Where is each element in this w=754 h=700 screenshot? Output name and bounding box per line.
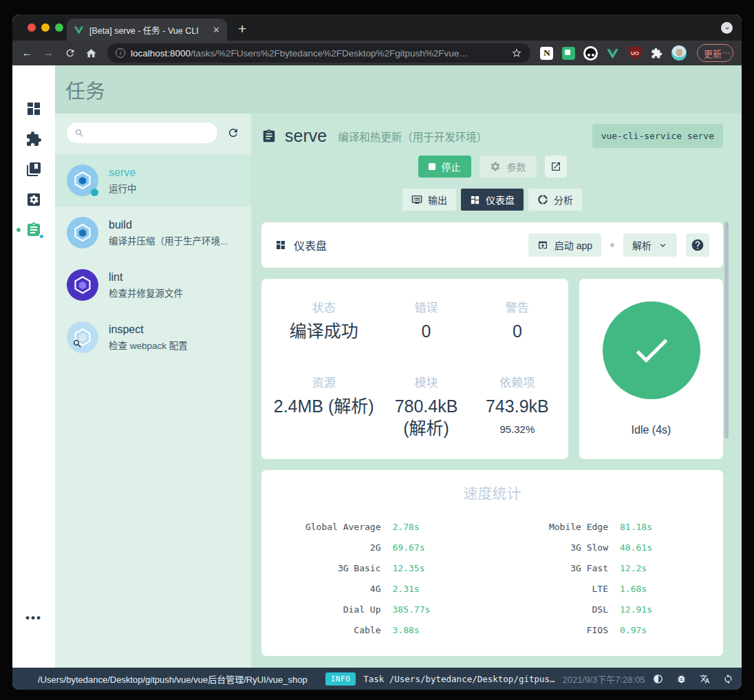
speed-column-left: Global Average2.78s 2G69.67s 3G Basic12.… [292, 516, 465, 640]
macos-traffic-lights [28, 23, 63, 32]
browser-tab-strip: [Beta] serve - 任务 - Vue CLI ✕ + [12, 14, 742, 41]
stat-label: 状态 [267, 298, 380, 315]
bookmark-star-icon[interactable] [511, 47, 522, 59]
zoom-window-button[interactable] [55, 23, 63, 32]
command-badge: vue-cli-service serve [592, 124, 723, 148]
task-status: 运行中 [109, 181, 137, 195]
sidebar-item-tasks[interactable] [25, 222, 42, 238]
site-info-icon[interactable]: i [116, 48, 125, 58]
home-icon[interactable] [82, 44, 100, 63]
task-search-input[interactable] [67, 123, 217, 143]
close-window-button[interactable] [28, 23, 36, 32]
stat-status: 状态 编译成功 [267, 298, 380, 343]
speed-label: FIOS [520, 625, 609, 635]
speed-row: Dial Up385.77s [292, 599, 465, 619]
task-item-inspect[interactable]: inspect 检查 webpack 配置 [55, 311, 251, 363]
sidebar-item-configuration[interactable] [25, 161, 42, 178]
sidebar-item-settings[interactable] [25, 191, 42, 208]
tab-output[interactable]: 输出 [402, 189, 456, 211]
speed-label: 2G [292, 542, 381, 553]
sizes-label: 解析 [632, 238, 651, 252]
stop-task-button[interactable]: 停止 [418, 156, 471, 178]
open-app-button[interactable]: 启动 app [528, 233, 601, 257]
stat-assets: 资源 2.4MB (解析) [267, 373, 380, 440]
speed-row: 3G Basic12.35s [292, 558, 465, 578]
speed-value: 12.2s [620, 563, 692, 573]
speed-value: 48.61s [620, 542, 692, 553]
speed-label: 3G Basic [292, 563, 381, 573]
chrome-update-button[interactable]: 更新 ⋮ [697, 44, 733, 62]
task-name: serve [109, 167, 137, 179]
extensions-puzzle-icon[interactable] [649, 45, 665, 61]
task-detail-panel: serve 编译和热更新（用于开发环境） vue-cli-service ser… [251, 114, 742, 668]
task-item-serve[interactable]: serve 运行中 [55, 154, 251, 206]
task-description: 编译并压缩（用于生产环境... [109, 233, 228, 247]
speed-row: FIOS0.97s [520, 619, 693, 640]
dashboard-grid-icon [275, 240, 286, 251]
reload-icon[interactable] [61, 44, 79, 63]
sidebar-more-icon[interactable]: ••• [25, 611, 42, 625]
back-icon[interactable]: ← [18, 44, 36, 63]
stat-value: 780.4kB (解析) [382, 395, 471, 440]
stat-modules: 模块 780.4kB (解析) [380, 373, 471, 440]
speed-row: 3G Slow48.61s [520, 537, 693, 558]
browser-window: [Beta] serve - 任务 - Vue CLI ✕ + ← → i lo… [12, 14, 742, 690]
scrollbar-thumb[interactable] [724, 222, 729, 438]
round-extension-icon[interactable] [583, 45, 599, 61]
task-name: inspect [109, 324, 188, 336]
speed-label: 3G Slow [520, 542, 609, 553]
address-bar[interactable]: i localhost:8000/tasks/%2FUsers%2Fbyteda… [107, 43, 530, 63]
task-item-lint[interactable]: lint 检查并修复源文件 [55, 259, 251, 311]
stat-dependencies: 依赖项 743.9kB 95.32% [472, 373, 563, 440]
refresh-tasks-icon[interactable] [227, 127, 239, 139]
open-in-new-button[interactable] [545, 156, 567, 178]
tab-dashboard-label: 仪表盘 [486, 193, 515, 206]
browser-tab[interactable]: [Beta] serve - 任务 - Vue CLI ✕ [67, 19, 227, 41]
vue-favicon [74, 25, 84, 35]
green-extension-icon[interactable] [561, 45, 577, 61]
sidebar-item-plugins[interactable] [25, 131, 42, 147]
stat-value: 743.9kB [472, 395, 563, 418]
speed-row: Cable3.88s [292, 619, 465, 640]
tab-dashboard[interactable]: 仪表盘 [461, 189, 524, 211]
sizes-dropdown[interactable]: 解析 [623, 233, 677, 257]
speed-label: Mobile Edge [520, 522, 609, 532]
stat-value: 0 [380, 320, 471, 343]
parameters-button[interactable]: 参数 [480, 156, 537, 178]
bug-report-icon[interactable] [676, 674, 687, 684]
tab-analyzer[interactable]: 分析 [528, 189, 582, 211]
tab-close-icon[interactable]: ✕ [213, 25, 220, 34]
profile-avatar[interactable] [671, 45, 687, 61]
task-item-build[interactable]: build 编译并压缩（用于生产环境... [55, 206, 251, 259]
view-tabs: 输出 仪表盘 分析 [261, 189, 723, 211]
speed-row: Mobile Edge81.18s [520, 516, 693, 537]
stat-warnings: 警告 0 [472, 298, 563, 343]
new-tab-button[interactable]: + [238, 21, 246, 36]
search-tabs-icon[interactable] [721, 22, 733, 34]
minimize-window-button[interactable] [41, 23, 50, 32]
update-label: 更新 [704, 47, 722, 60]
task-log-text[interactable]: Task /Users/bytedance/Desktop/gitpus… [363, 674, 554, 684]
task-name: lint [109, 271, 183, 284]
notion-extension-icon[interactable]: N [539, 45, 554, 61]
translate-icon[interactable] [700, 674, 710, 684]
adblock-shield-icon[interactable]: UO [627, 45, 643, 61]
gear-icon [490, 161, 501, 172]
speed-label: Global Average [292, 522, 381, 532]
webpack-task-icon [67, 165, 98, 196]
dark-mode-icon[interactable] [653, 674, 663, 684]
stop-icon [429, 163, 435, 170]
forward-icon[interactable]: → [39, 44, 58, 63]
speed-label: 3G Fast [520, 563, 609, 573]
speed-row: 4G2.31s [292, 578, 465, 599]
help-button[interactable] [686, 233, 709, 257]
sidebar-item-dashboard[interactable] [25, 100, 42, 117]
tab-analyzer-label: 分析 [554, 193, 573, 206]
sync-icon[interactable] [723, 674, 733, 684]
speed-value: 2.78s [393, 522, 465, 532]
project-path[interactable]: /Users/bytedance/Desktop/gitpush/vue/vue… [38, 672, 308, 686]
stat-value: 2.4MB (解析) [267, 395, 380, 418]
open-app-label: 启动 app [554, 238, 592, 252]
running-indicator-dot [39, 233, 45, 240]
vue-devtools-icon[interactable] [605, 45, 621, 61]
